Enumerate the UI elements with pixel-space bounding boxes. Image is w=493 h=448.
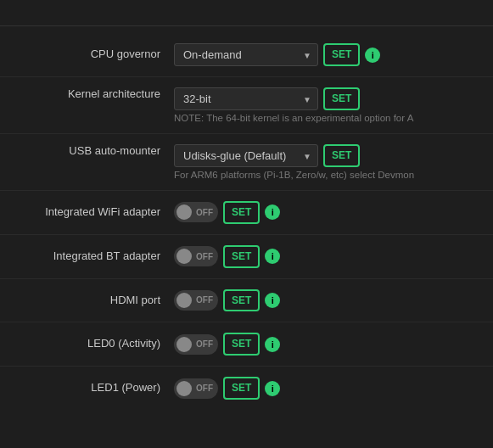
dropdown-cpu-governor[interactable]: On-demandPerformancePowersaveConservativ…: [174, 43, 318, 66]
toggle-slider-integrated-bt: OFF: [174, 246, 218, 266]
label-integrated-bt: Integrated BT adapter: [17, 249, 174, 264]
setting-row-cpu-governor: CPU governorOn-demandPerformancePowersav…: [0, 35, 493, 75]
toggle-off-label-hdmi-port: OFF: [196, 295, 213, 305]
setting-row-integrated-wifi: Integrated WiFi adapterOFFSETi: [0, 193, 493, 232]
toggle-container-hdmi-port: OFF: [174, 290, 218, 311]
divider: [0, 234, 493, 235]
label-led1: LED1 (Power): [17, 381, 174, 395]
divider: [0, 366, 493, 367]
dropdown-kernel-architecture[interactable]: 32-bit64-bit: [174, 87, 318, 110]
label-usb-auto-mounter: USB auto-mounter: [17, 144, 174, 159]
toggle-slider-led0: OFF: [174, 334, 218, 355]
setting-row-hdmi-port: HDMI portOFFSETi: [0, 281, 493, 321]
header: [0, 8, 493, 26]
info-icon-cpu-governor[interactable]: i: [365, 48, 380, 63]
label-cpu-governor: CPU governor: [17, 48, 174, 62]
info-icon-led1[interactable]: i: [265, 381, 280, 396]
toggle-led1[interactable]: OFF: [174, 378, 218, 399]
label-integrated-wifi: Integrated WiFi adapter: [17, 205, 174, 220]
toggle-container-integrated-wifi: OFF: [174, 202, 218, 222]
settings-area: CPU governorOn-demandPerformancePowersav…: [0, 26, 493, 417]
content-integrated-wifi: OFFSETi: [174, 201, 476, 224]
divider: [0, 133, 493, 134]
info-icon-hdmi-port[interactable]: i: [265, 293, 280, 308]
content-led1: OFFSETi: [174, 377, 476, 400]
toggle-container-led0: OFF: [174, 334, 218, 355]
dropdown-wrapper-usb-auto-mounter: Udisks-glue (Default)DevmonNone: [174, 144, 318, 167]
label-led0: LED0 (Activity): [17, 337, 174, 351]
setting-row-usb-auto-mounter: USB auto-mounterUdisks-glue (Default)Dev…: [0, 136, 493, 188]
dropdown-usb-auto-mounter[interactable]: Udisks-glue (Default)DevmonNone: [174, 144, 318, 167]
divider: [0, 278, 493, 279]
toggle-led0[interactable]: OFF: [174, 334, 218, 355]
setting-row-led0: LED0 (Activity)OFFSETi: [0, 324, 493, 364]
info-icon-led0[interactable]: i: [265, 337, 280, 352]
toggle-slider-hdmi-port: OFF: [174, 290, 218, 311]
toggle-container-integrated-bt: OFF: [174, 246, 218, 266]
label-hdmi-port: HDMI port: [17, 294, 174, 308]
toggle-off-label-led0: OFF: [196, 339, 213, 349]
content-cpu-governor: On-demandPerformancePowersaveConservativ…: [174, 43, 476, 66]
content-led0: OFFSETi: [174, 333, 476, 356]
toggle-off-label-integrated-wifi: OFF: [196, 208, 213, 217]
content-hdmi-port: OFFSETi: [174, 289, 476, 312]
toggle-container-led1: OFF: [174, 378, 218, 399]
info-icon-integrated-bt[interactable]: i: [265, 249, 280, 264]
info-icon-integrated-wifi[interactable]: i: [265, 204, 280, 220]
divider: [0, 322, 493, 322]
toggle-off-label-led1: OFF: [196, 384, 213, 393]
dropdown-wrapper-kernel-architecture: 32-bit64-bit: [174, 87, 318, 110]
setting-row-integrated-bt: Integrated BT adapterOFFSETi: [0, 237, 493, 277]
label-kernel-architecture: Kernel architecture: [17, 87, 174, 102]
set-btn-usb-auto-mounter[interactable]: SET: [323, 144, 360, 167]
set-btn-integrated-bt[interactable]: SET: [223, 245, 260, 268]
toggle-integrated-bt[interactable]: OFF: [174, 246, 218, 266]
toggle-off-label-integrated-bt: OFF: [196, 252, 213, 261]
page-container: CPU governorOn-demandPerformancePowersav…: [0, 0, 493, 448]
set-btn-led0[interactable]: SET: [223, 333, 260, 356]
toggle-slider-integrated-wifi: OFF: [174, 202, 218, 222]
note-usb-auto-mounter: For ARM6 platforms (Pi-1B, Zero/w, etc) …: [174, 167, 476, 180]
set-btn-integrated-wifi[interactable]: SET: [223, 201, 260, 224]
set-btn-cpu-governor[interactable]: SET: [323, 43, 360, 66]
toggle-slider-led1: OFF: [174, 378, 218, 399]
dropdown-wrapper-cpu-governor: On-demandPerformancePowersaveConservativ…: [174, 43, 318, 66]
setting-row-led1: LED1 (Power)OFFSETi: [0, 368, 493, 408]
content-kernel-architecture: 32-bit64-bitSET: [174, 87, 476, 110]
note-kernel-architecture: NOTE: The 64-bit kernel is an experiment…: [174, 110, 476, 123]
set-btn-kernel-architecture[interactable]: SET: [323, 87, 360, 110]
content-usb-auto-mounter: Udisks-glue (Default)DevmonNoneSET: [174, 144, 476, 167]
divider: [0, 190, 493, 191]
set-btn-led1[interactable]: SET: [223, 377, 260, 400]
setting-row-kernel-architecture: Kernel architecture32-bit64-bitSETNOTE: …: [0, 79, 493, 132]
divider: [0, 76, 493, 77]
set-btn-hdmi-port[interactable]: SET: [223, 289, 260, 312]
toggle-hdmi-port[interactable]: OFF: [174, 290, 218, 311]
content-integrated-bt: OFFSETi: [174, 245, 476, 268]
toggle-integrated-wifi[interactable]: OFF: [174, 202, 218, 222]
